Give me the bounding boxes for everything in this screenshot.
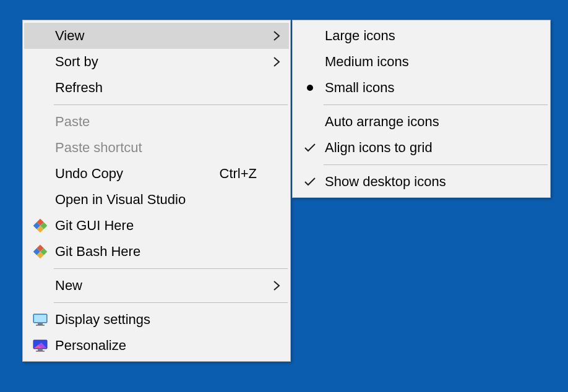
- menu-item-large-icons[interactable]: Large icons: [294, 23, 549, 49]
- svg-point-17: [307, 85, 313, 91]
- menu-label: View: [53, 28, 268, 44]
- menu-label: Paste shortcut: [53, 140, 268, 156]
- menu-label: Paste: [53, 114, 268, 130]
- menu-item-display-settings[interactable]: Display settings: [24, 307, 289, 333]
- menu-label: Medium icons: [322, 54, 528, 70]
- menu-label: Git GUI Here: [53, 218, 268, 234]
- personalize-icon: [28, 339, 53, 352]
- svg-rect-11: [36, 325, 45, 326]
- check-icon: [298, 176, 322, 187]
- menu-label: Undo Copy: [53, 166, 220, 182]
- menu-label: Small icons: [322, 80, 528, 96]
- menu-item-auto-arrange[interactable]: Auto arrange icons: [294, 109, 549, 135]
- menu-item-sort-by[interactable]: Sort by: [24, 49, 289, 75]
- menu-item-open-visual-studio[interactable]: Open in Visual Studio: [24, 187, 289, 213]
- menu-item-undo-copy[interactable]: Undo Copy Ctrl+Z: [24, 161, 289, 187]
- menu-label: Large icons: [322, 28, 528, 44]
- git-icon: [28, 218, 53, 233]
- check-icon: [298, 142, 322, 153]
- menu-item-git-gui[interactable]: Git GUI Here: [24, 213, 289, 239]
- menu-item-align-grid[interactable]: Align icons to grid: [294, 135, 549, 161]
- menu-label: Personalize: [53, 338, 268, 354]
- display-settings-icon: [28, 313, 53, 326]
- submenu-arrow-icon: [268, 280, 285, 291]
- menu-item-git-bash[interactable]: Git Bash Here: [24, 239, 289, 265]
- menu-separator: [324, 104, 548, 105]
- menu-label: Show desktop icons: [322, 174, 528, 190]
- menu-label: Align icons to grid: [322, 140, 528, 156]
- menu-item-view[interactable]: View: [24, 23, 289, 49]
- menu-item-small-icons[interactable]: Small icons: [294, 75, 549, 101]
- submenu-arrow-icon: [268, 30, 285, 41]
- svg-rect-9: [34, 315, 46, 322]
- menu-label: Auto arrange icons: [322, 114, 528, 130]
- menu-item-show-desktop-icons[interactable]: Show desktop icons: [294, 169, 549, 195]
- svg-rect-16: [36, 351, 45, 352]
- menu-label: New: [53, 278, 268, 294]
- menu-label: Refresh: [53, 80, 268, 96]
- menu-separator: [54, 268, 288, 269]
- svg-rect-15: [38, 349, 43, 351]
- menu-label: Open in Visual Studio: [53, 192, 268, 208]
- menu-label: Display settings: [53, 312, 268, 328]
- menu-item-paste-shortcut: Paste shortcut: [24, 135, 289, 161]
- git-icon: [28, 244, 53, 259]
- menu-item-refresh[interactable]: Refresh: [24, 75, 289, 101]
- radio-selected-icon: [298, 83, 322, 92]
- menu-item-new[interactable]: New: [24, 273, 289, 299]
- menu-separator: [54, 302, 288, 303]
- menu-item-paste: Paste: [24, 109, 289, 135]
- menu-label: Sort by: [53, 54, 268, 70]
- menu-separator: [54, 104, 288, 105]
- menu-separator: [324, 164, 548, 165]
- desktop-context-menu: View Sort by Refresh Paste Paste shortcu…: [22, 20, 291, 362]
- menu-item-personalize[interactable]: Personalize: [24, 333, 289, 359]
- menu-item-medium-icons[interactable]: Medium icons: [294, 49, 549, 75]
- view-submenu: Large icons Medium icons Small icons Aut…: [292, 20, 551, 198]
- svg-rect-10: [38, 323, 43, 325]
- menu-shortcut: Ctrl+Z: [220, 166, 269, 182]
- menu-label: Git Bash Here: [53, 244, 268, 260]
- submenu-arrow-icon: [268, 56, 285, 67]
